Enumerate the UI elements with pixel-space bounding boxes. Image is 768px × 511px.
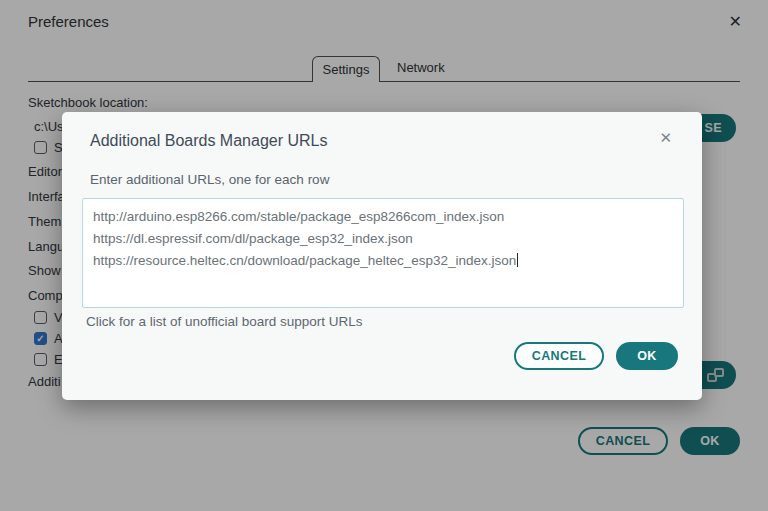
url-line: https://dl.espressif.com/dl/package_esp3… (93, 228, 673, 250)
dialog-title: Additional Boards Manager URLs (90, 132, 327, 150)
dialog-ok-button[interactable]: OK (616, 342, 678, 370)
dialog-subtitle: Enter additional URLs, one for each row (90, 172, 329, 187)
preferences-window: Preferences ✕ Settings Network Sketchboo… (0, 0, 768, 511)
url-line: https://resource.heltec.cn/download/pack… (93, 250, 673, 272)
text-cursor (517, 253, 518, 267)
additional-boards-urls-dialog: Additional Boards Manager URLs ✕ Enter a… (62, 112, 702, 400)
dialog-close-icon[interactable]: ✕ (659, 129, 672, 147)
url-line: http://arduino.esp8266.com/stable/packag… (93, 206, 673, 228)
unofficial-boards-link[interactable]: Click for a list of unofficial board sup… (86, 314, 363, 329)
urls-textarea[interactable]: http://arduino.esp8266.com/stable/packag… (82, 198, 684, 308)
dialog-cancel-button[interactable]: CANCEL (514, 342, 604, 370)
